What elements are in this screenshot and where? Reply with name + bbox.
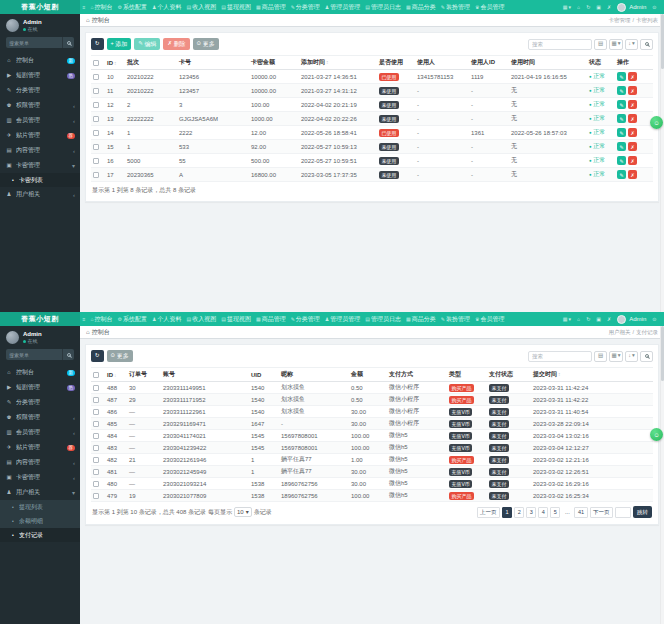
- row-checkbox[interactable]: [93, 469, 99, 475]
- nav-item[interactable]: ⌂控制台: [88, 312, 115, 326]
- table-row[interactable]: 4872923033111719521540划水摸鱼0.50微信小程序购买产品未…: [91, 394, 653, 406]
- pagination-page[interactable]: 1: [502, 507, 512, 518]
- refresh-button[interactable]: ↻: [91, 350, 104, 362]
- nav-admin-menu[interactable]: Admin: [615, 0, 649, 14]
- nav-fullscreen-button[interactable]: ▣: [594, 312, 604, 326]
- column-header[interactable]: UID: [249, 368, 279, 382]
- select-all-header[interactable]: [91, 368, 105, 382]
- sidebar-item[interactable]: ▶短剧管理热: [0, 380, 80, 395]
- refresh-button[interactable]: ↻: [91, 38, 104, 50]
- nav-grid-menu[interactable]: ▦▾: [560, 312, 573, 326]
- table-row[interactable]: 112021022212345710000.002021-03-27 14:31…: [91, 84, 653, 98]
- support-float-button[interactable]: ☺: [650, 428, 663, 441]
- sidebar-subitem[interactable]: •提现列表: [0, 500, 80, 514]
- table-row[interactable]: 483—2303041239422154515697808001100.00微信…: [91, 442, 653, 454]
- row-checkbox[interactable]: [93, 397, 99, 403]
- export-button[interactable]: ↓▾: [625, 39, 638, 50]
- column-header[interactable]: 是否使用: [377, 56, 415, 70]
- add-button[interactable]: +添加: [107, 38, 132, 50]
- row-delete-button[interactable]: ✗: [628, 156, 637, 165]
- nav-item[interactable]: ♟管理员管理: [322, 312, 362, 326]
- column-header[interactable]: 支付方式: [387, 368, 447, 382]
- table-row[interactable]: 16500055500.002022-05-27 10:59:51未使用--无●…: [91, 154, 653, 168]
- sidebar-search-button[interactable]: [62, 37, 74, 48]
- row-checkbox[interactable]: [93, 385, 99, 391]
- nav-home-button[interactable]: ⌂: [575, 0, 583, 14]
- nav-support-button[interactable]: ⊙: [650, 0, 659, 14]
- nav-item[interactable]: ♛会员管理: [472, 312, 506, 326]
- nav-menu-toggle[interactable]: ≡: [80, 312, 88, 326]
- row-delete-button[interactable]: ✗: [628, 128, 637, 137]
- delete-button[interactable]: ✗删除: [163, 38, 189, 50]
- nav-item[interactable]: ▦商品管理: [253, 0, 288, 14]
- row-edit-button[interactable]: ✎: [617, 128, 626, 137]
- row-edit-button[interactable]: ✎: [617, 170, 626, 179]
- table-row[interactable]: 479192303021077809153818960762756100.00微…: [91, 490, 653, 502]
- column-header[interactable]: 操作: [615, 56, 653, 70]
- nav-item[interactable]: ⚙系统配置: [115, 0, 149, 14]
- pagination-page[interactable]: 2: [514, 507, 524, 518]
- select-all-checkbox[interactable]: [93, 60, 99, 66]
- row-checkbox[interactable]: [93, 493, 99, 499]
- pagination-page[interactable]: 4: [538, 507, 548, 518]
- select-all-header[interactable]: [91, 56, 105, 70]
- column-header[interactable]: 批次: [125, 56, 177, 70]
- brand-logo[interactable]: 香蕉小短剧: [0, 0, 80, 14]
- nav-item[interactable]: ✎分类管理: [288, 312, 322, 326]
- nav-menu-toggle[interactable]: ≡: [80, 0, 88, 14]
- column-header[interactable]: 支付状态: [487, 368, 531, 382]
- common-search-button[interactable]: ▤: [594, 39, 607, 50]
- table-search-input[interactable]: [528, 39, 592, 50]
- row-checkbox[interactable]: [93, 158, 99, 164]
- column-header[interactable]: ID↓: [105, 368, 127, 382]
- sidebar-item[interactable]: ♟用户相关‹: [0, 187, 80, 202]
- row-delete-button[interactable]: ✗: [628, 100, 637, 109]
- breadcrumb-parent[interactable]: 卡密管理: [608, 17, 630, 24]
- column-header[interactable]: 订单号: [127, 368, 161, 382]
- pagination-jump-input[interactable]: [615, 507, 631, 518]
- column-header[interactable]: 状态: [587, 56, 615, 70]
- more-button[interactable]: ⊙更多: [107, 350, 133, 362]
- table-row[interactable]: 15153392.002022-05-27 10:59:13未使用--无●正常✎…: [91, 140, 653, 154]
- sidebar-item[interactable]: ▣卡密管理‹: [0, 470, 80, 485]
- pagination-page[interactable]: 41: [574, 507, 587, 518]
- row-edit-button[interactable]: ✎: [617, 100, 626, 109]
- nav-item[interactable]: ✎装扮管理: [438, 312, 472, 326]
- nav-item[interactable]: ▦商品分类: [404, 0, 439, 14]
- row-checkbox[interactable]: [93, 130, 99, 136]
- brand-logo[interactable]: 香蕉小短剧: [0, 312, 80, 326]
- nav-item[interactable]: ✎装扮管理: [438, 0, 472, 14]
- nav-item[interactable]: ▤提现视图: [219, 312, 254, 326]
- column-header[interactable]: ID↕: [105, 56, 125, 70]
- row-edit-button[interactable]: ✎: [617, 86, 626, 95]
- table-row[interactable]: 481—23030212459491躺平任真7730.00微信h5充值V币未支付…: [91, 466, 653, 478]
- nav-home-button[interactable]: ⌂: [575, 312, 583, 326]
- sidebar-item[interactable]: ♟用户相关▾: [0, 485, 80, 500]
- sidebar-search-button[interactable]: [62, 349, 74, 360]
- columns-button[interactable]: ▦▾: [609, 39, 623, 50]
- row-checkbox[interactable]: [93, 445, 99, 451]
- sidebar-item[interactable]: ▥会员管理‹: [0, 113, 80, 128]
- breadcrumb-parent[interactable]: 用户相关: [608, 329, 630, 336]
- pagination-prev[interactable]: 上一页: [477, 507, 501, 518]
- sidebar-subitem[interactable]: •余额明细: [0, 514, 80, 528]
- breadcrumb-tab[interactable]: 控制台: [92, 328, 110, 337]
- row-checkbox[interactable]: [93, 421, 99, 427]
- edit-button[interactable]: ✎编辑: [134, 38, 160, 50]
- sidebar-item[interactable]: ✎分类管理: [0, 83, 80, 98]
- nav-item[interactable]: ▦商品分类: [404, 312, 439, 326]
- row-checkbox[interactable]: [93, 172, 99, 178]
- nav-item[interactable]: ▤收入视图: [184, 0, 219, 14]
- column-header[interactable]: 卡密金额: [249, 56, 299, 70]
- sidebar-item[interactable]: ♚权限管理‹: [0, 410, 80, 425]
- per-page-select[interactable]: 10▾: [234, 507, 252, 517]
- export-button[interactable]: ↓▾: [625, 351, 638, 362]
- row-checkbox[interactable]: [93, 433, 99, 439]
- table-row[interactable]: 486—23033111229611540划水摸鱼30.00微信小程序充值V币未…: [91, 406, 653, 418]
- table-search-input[interactable]: [528, 351, 592, 362]
- table-row[interactable]: 480—230302109321415381896076275630.00微信h…: [91, 478, 653, 490]
- nav-item[interactable]: ▤管理员日志: [363, 312, 404, 326]
- nav-item[interactable]: ⚙系统配置: [115, 312, 149, 326]
- nav-close-button[interactable]: ✗: [605, 312, 614, 326]
- sidebar-search-input[interactable]: [6, 37, 62, 48]
